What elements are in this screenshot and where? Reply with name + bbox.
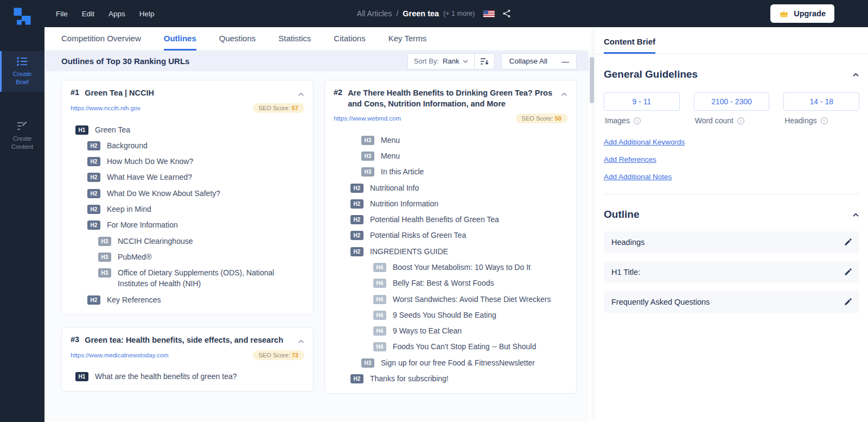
collapse-card-button[interactable]: [298, 89, 304, 99]
heading-item[interactable]: H2 Background: [87, 137, 304, 153]
collapse-card-button[interactable]: [298, 336, 304, 346]
heading-tag-badge: H3: [361, 152, 374, 161]
sort-direction-button[interactable]: [475, 54, 494, 69]
heading-item[interactable]: H2 How Much Do We Know?: [87, 154, 304, 169]
language-flag-icon[interactable]: [483, 10, 495, 17]
heading-item[interactable]: H3 Office of Dietary Supplements (ODS), …: [98, 265, 304, 292]
heading-text: Worst Sandwiches: Avoid These Diet Wreck…: [393, 294, 551, 305]
tab-content-brief[interactable]: Content Brief: [604, 37, 655, 54]
heading-item[interactable]: H1 Green Tea: [75, 122, 304, 137]
stat-label: Images: [605, 116, 630, 125]
breadcrumb-more-count[interactable]: (+ 1 more): [443, 10, 475, 17]
app-logo[interactable]: [11, 5, 33, 27]
chevron-up-icon: [852, 73, 859, 77]
heading-text: What Do We Know About Safety?: [107, 188, 220, 199]
app-root: File Edit Apps Help All Articles / Green…: [0, 0, 868, 422]
info-icon[interactable]: i: [737, 117, 744, 124]
heading-list: H3 Menu H3 Menu: [325, 132, 576, 387]
card-url-link[interactable]: https://www.medicalnewstoday.com: [71, 352, 169, 358]
heading-item[interactable]: H1 What are the health benefits of green…: [75, 369, 304, 385]
heading-tag-badge: H2: [87, 173, 100, 182]
heading-tag-badge: H2: [350, 184, 363, 193]
outline-row[interactable]: H1 Title:: [604, 261, 859, 283]
collapse-card-button[interactable]: [561, 89, 567, 99]
guideline-stats: 9 - 11 Images i 2100 - 2300 Word count i: [604, 92, 859, 125]
breadcrumb-all-articles[interactable]: All Articles: [357, 9, 392, 18]
breadcrumb-current-title: Green tea: [403, 9, 439, 18]
heading-item[interactable]: H3 Sign up for our free Food & FitnessNe…: [361, 355, 567, 370]
heading-item[interactable]: H4 Belly Fat: Best & Worst Foods: [373, 275, 567, 291]
tab[interactable]: Key Terms: [388, 27, 427, 51]
outline-row[interactable]: Headings: [604, 231, 859, 253]
heading-item[interactable]: H2 What Have We Learned?: [87, 169, 304, 185]
heading-item[interactable]: H2 Nutrition Information: [350, 196, 567, 211]
heading-item[interactable]: H2 For More Information: [87, 217, 304, 233]
heading-text: Sign up for our free Food & FitnessNewsl…: [381, 357, 535, 368]
heading-tag-badge: H2: [87, 189, 100, 198]
scrollbar-thumb[interactable]: [590, 57, 594, 103]
heading-item[interactable]: H4 Boost Your Metabolism: 10 Ways to Do …: [373, 260, 567, 275]
heading-item[interactable]: H2 INGREDIENTS GUIDE: [350, 243, 567, 259]
sidebar-item-create-content[interactable]: Create Content: [0, 116, 44, 156]
heading-item[interactable]: H2 Potential Risks of Green Tea: [350, 228, 567, 243]
heading-text: 9 Seeds You Should Be Eating: [393, 310, 496, 320]
tab[interactable]: Competition Overview: [61, 27, 141, 51]
sort-by-dropdown[interactable]: Sort By: Rank: [408, 54, 475, 69]
add-link[interactable]: Add Additional Notes: [604, 173, 672, 181]
edit-pencil-icon[interactable]: [844, 268, 852, 276]
outline-row[interactable]: Frequently Asked Questions: [604, 291, 859, 313]
tab[interactable]: Citations: [334, 27, 365, 51]
sidebar-item-create-brief[interactable]: Create Brief: [0, 51, 44, 92]
upgrade-button[interactable]: Upgrade: [770, 4, 834, 23]
stat-value-field[interactable]: 2100 - 2300: [694, 92, 770, 111]
info-icon[interactable]: i: [821, 117, 828, 124]
sidebar: Create Brief Create Content: [0, 0, 44, 422]
add-link[interactable]: Add References: [604, 155, 656, 163]
heading-item[interactable]: H3 NCCIH Clearinghouse: [98, 233, 304, 249]
share-icon[interactable]: [502, 9, 511, 18]
heading-tag-badge: H4: [373, 326, 386, 336]
heading-item[interactable]: H4 9 Seeds You Should Be Eating: [373, 307, 567, 323]
menu-item[interactable]: File: [56, 10, 68, 18]
heading-item[interactable]: H2 Potential Health Benefits of Green Te…: [350, 212, 567, 228]
heading-item[interactable]: H2 Nutritional Info: [350, 180, 567, 196]
crown-icon: [779, 9, 789, 18]
menu-item[interactable]: Apps: [108, 10, 125, 18]
tab[interactable]: Statistics: [278, 27, 311, 51]
menu-item[interactable]: Help: [139, 10, 155, 18]
stat-value-field[interactable]: 9 - 11: [604, 92, 680, 111]
heading-item[interactable]: H4 Foods You Can't Stop Eating -- But Sh…: [373, 339, 567, 355]
outline-row-label: Headings: [611, 238, 644, 247]
heading-item[interactable]: H3 Menu: [361, 132, 567, 148]
heading-item[interactable]: H4 9 Ways to Eat Clean: [373, 323, 567, 339]
add-link[interactable]: Add Additional Keywords: [604, 138, 685, 146]
heading-text: NCCIH Clearinghouse: [118, 236, 193, 247]
heading-item[interactable]: H4 Worst Sandwiches: Avoid These Diet Wr…: [373, 291, 567, 307]
tab[interactable]: Questions: [219, 27, 256, 51]
heading-item[interactable]: H2 Key References: [87, 292, 304, 307]
tab[interactable]: Outlines: [164, 27, 196, 51]
collapse-all-button[interactable]: Collapse All —: [501, 53, 577, 70]
heading-text: Boost Your Metabolism: 10 Ways to Do It: [393, 262, 531, 273]
guideline-stat: 2100 - 2300 Word count i: [694, 92, 770, 125]
heading-item[interactable]: H2 Thanks for subscribing!: [350, 371, 567, 387]
card-url-link[interactable]: https://www.nccih.nih.gov: [71, 105, 141, 111]
edit-pencil-icon[interactable]: [844, 298, 852, 306]
collapse-outline-button[interactable]: [852, 210, 859, 219]
heading-item[interactable]: H3 Menu: [361, 148, 567, 163]
general-guidelines-title: General Guidelines: [604, 68, 698, 80]
heading-tag-badge: H3: [98, 268, 111, 278]
stat-value-field[interactable]: 14 - 18: [783, 92, 859, 111]
info-icon[interactable]: i: [634, 117, 641, 124]
heading-item[interactable]: H2 Keep in Mind: [87, 201, 304, 217]
heading-item[interactable]: H3 PubMed®: [98, 249, 304, 264]
heading-tag-badge: H2: [350, 374, 363, 383]
menu-item[interactable]: Edit: [82, 10, 94, 18]
heading-tag-badge: H3: [361, 358, 374, 368]
collapse-general-guidelines-button[interactable]: [852, 70, 859, 79]
heading-tag-badge: H1: [75, 372, 88, 381]
card-url-link[interactable]: https://www.webmd.com: [334, 115, 401, 122]
heading-item[interactable]: H2 What Do We Know About Safety?: [87, 185, 304, 201]
edit-pencil-icon[interactable]: [844, 238, 852, 246]
heading-item[interactable]: H3 In this Article: [361, 164, 567, 180]
